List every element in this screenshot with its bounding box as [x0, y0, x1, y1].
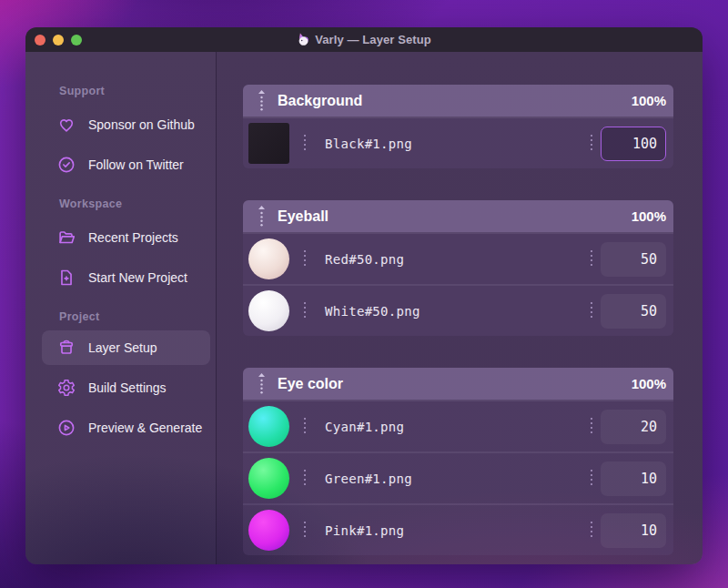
- sidebar-section-workspace: Workspace Recent Projects: [56, 198, 216, 298]
- sidebar-section-project: Project Layer Setup: [56, 310, 216, 448]
- layer-row: Cyan#1.png: [243, 401, 673, 451]
- layer-group-title: Eye color: [278, 376, 343, 392]
- app-window: Varly — Layer Setup Support Sponsor on G…: [25, 27, 703, 564]
- layer-filename: Green#1.png: [325, 471, 412, 486]
- drag-handle-icon[interactable]: [258, 89, 266, 112]
- divider-dots: [304, 250, 306, 269]
- drag-handle-icon[interactable]: [258, 205, 266, 228]
- layer-thumbnail: [248, 123, 289, 164]
- sidebar-item-follow-on-twitter[interactable]: Follow on Twitter: [56, 145, 216, 185]
- sidebar-item-label: Build Settings: [88, 380, 167, 395]
- archive-box-icon: [56, 338, 76, 358]
- sidebar-item-recent-projects[interactable]: Recent Projects: [56, 218, 216, 258]
- heart-icon: [56, 115, 76, 135]
- sidebar-item-layer-setup[interactable]: Layer Setup: [42, 330, 210, 365]
- divider-dots: [304, 135, 306, 153]
- divider-dots: [304, 522, 306, 540]
- unicorn-icon: [297, 33, 310, 46]
- layer-group-eye-color: Eye color 100% Cyan#1.png Green#1.png: [243, 368, 673, 555]
- divider-dots: [591, 302, 592, 320]
- sidebar-item-label: Start New Project: [88, 270, 187, 285]
- layer-row: Black#1.png: [243, 118, 673, 168]
- layer-filename: Cyan#1.png: [325, 420, 404, 434]
- sidebar: Support Sponsor on Github: [25, 52, 217, 564]
- play-circle-icon: [56, 418, 76, 438]
- layer-row: Green#1.png: [243, 453, 673, 503]
- layer-group-header: Eye color 100%: [243, 368, 673, 400]
- layer-thumbnail: [248, 510, 289, 551]
- layer-weight-input[interactable]: [601, 461, 666, 496]
- layer-filename: Pink#1.png: [325, 523, 404, 538]
- layer-row: White#50.png: [243, 286, 673, 336]
- divider-dots: [591, 470, 592, 488]
- titlebar[interactable]: Varly — Layer Setup: [25, 27, 703, 52]
- layer-weight-input[interactable]: [601, 294, 666, 329]
- layer-row: Red#50.png: [243, 234, 673, 284]
- divider-dots: [591, 135, 592, 153]
- layer-row: Pink#1.png: [243, 505, 673, 555]
- layer-weight-input[interactable]: [601, 242, 666, 277]
- layer-filename: Red#50.png: [325, 252, 404, 267]
- window-body: Support Sponsor on Github: [25, 52, 703, 564]
- layer-group-title: Background: [278, 93, 362, 109]
- divider-dots: [591, 418, 592, 436]
- layer-group-eyeball: Eyeball 100% Red#50.png White#50.png: [243, 200, 673, 336]
- sidebar-item-start-new-project[interactable]: Start New Project: [56, 258, 216, 298]
- window-title-text: Varly — Layer Setup: [315, 33, 431, 46]
- layer-thumbnail: [248, 406, 289, 447]
- divider-dots: [304, 302, 306, 320]
- drag-handle-icon[interactable]: [258, 372, 266, 395]
- folder-open-icon: [56, 228, 76, 248]
- layer-group-title: Eyeball: [278, 208, 329, 225]
- layer-thumbnail: [248, 290, 289, 331]
- layer-group-background: Background 100% Black#1.png: [243, 85, 673, 168]
- layer-thumbnail: [248, 238, 289, 279]
- sidebar-item-label: Sponsor on Github: [88, 117, 195, 132]
- sidebar-item-preview-generate[interactable]: Preview & Generate: [56, 408, 216, 448]
- divider-dots: [591, 522, 592, 540]
- check-badge-icon: [56, 155, 76, 175]
- gear-icon: [56, 378, 76, 398]
- layer-group-opacity: 100%: [632, 376, 666, 391]
- layer-filename: Black#1.png: [325, 137, 412, 151]
- layer-group-header: Eyeball 100%: [243, 200, 673, 232]
- sidebar-item-sponsor-on-github[interactable]: Sponsor on Github: [56, 105, 216, 145]
- layer-group-opacity: 100%: [632, 208, 666, 224]
- window-title: Varly — Layer Setup: [25, 27, 703, 52]
- layer-group-opacity: 100%: [632, 93, 666, 108]
- sidebar-item-label: Recent Projects: [88, 230, 178, 245]
- sidebar-item-build-settings[interactable]: Build Settings: [56, 368, 216, 408]
- divider-dots: [304, 418, 306, 436]
- sidebar-item-label: Follow on Twitter: [88, 157, 184, 172]
- sidebar-section-support: Support Sponsor on Github: [56, 85, 216, 185]
- layer-group-header: Background 100%: [243, 85, 673, 117]
- divider-dots: [304, 470, 306, 488]
- section-label: Project: [59, 310, 216, 325]
- sidebar-item-label: Preview & Generate: [88, 421, 202, 435]
- desktop-wallpaper: Varly — Layer Setup Support Sponsor on G…: [0, 0, 728, 588]
- layer-weight-input[interactable]: [601, 513, 666, 548]
- layer-thumbnail: [248, 458, 289, 499]
- layer-weight-input[interactable]: [601, 410, 666, 444]
- file-plus-icon: [56, 268, 76, 288]
- layer-filename: White#50.png: [325, 304, 420, 319]
- section-label: Support: [59, 85, 216, 99]
- layer-weight-input[interactable]: [601, 127, 666, 161]
- sidebar-item-label: Layer Setup: [88, 340, 157, 355]
- section-label: Workspace: [59, 198, 216, 212]
- layer-setup-panel: Background 100% Black#1.png: [217, 52, 703, 564]
- divider-dots: [591, 250, 592, 269]
